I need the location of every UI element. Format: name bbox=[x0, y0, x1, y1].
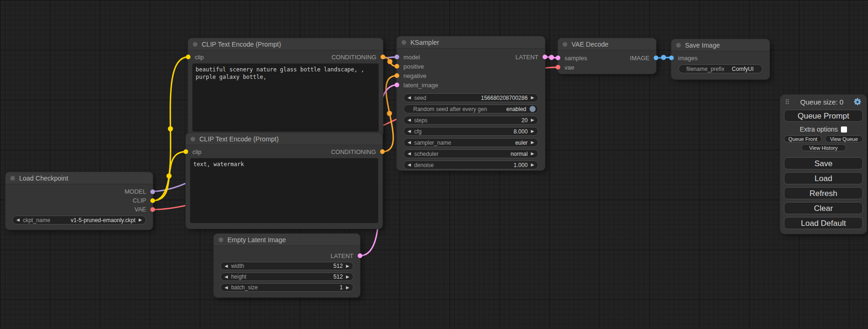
load-button[interactable]: Load bbox=[784, 172, 863, 184]
node-title-bar[interactable]: Save Image bbox=[671, 39, 769, 51]
clear-button[interactable]: Clear bbox=[784, 202, 863, 214]
link-midpoint-dot[interactable] bbox=[549, 55, 554, 60]
input-slot-latent-image[interactable] bbox=[395, 83, 399, 87]
node-status-dot bbox=[193, 42, 198, 47]
refresh-button[interactable]: Refresh bbox=[784, 187, 863, 199]
decrement-arrow-icon[interactable]: ◀ bbox=[225, 264, 228, 268]
input-slot-images[interactable] bbox=[669, 56, 674, 60]
increment-arrow-icon[interactable]: ▶ bbox=[531, 152, 534, 156]
widget-filename-prefix[interactable]: filename_prefix ComfyUI bbox=[678, 64, 762, 73]
node-title: CLIP Text Encode (Prompt) bbox=[199, 135, 279, 143]
input-slot-samples[interactable] bbox=[556, 56, 560, 60]
widget-height[interactable]: ◀ height 512 ▶ bbox=[220, 273, 353, 281]
node-title: Save Image bbox=[685, 42, 720, 49]
input-slot-clip[interactable] bbox=[183, 149, 188, 154]
input-label-clip: clip bbox=[192, 148, 202, 155]
output-slot-latent[interactable] bbox=[358, 253, 362, 258]
output-slot-latent[interactable] bbox=[543, 55, 547, 59]
prompt-textarea[interactable]: beautiful scenery nature glass bottle la… bbox=[192, 63, 379, 132]
node-title: Empty Latent Image bbox=[227, 236, 286, 244]
increment-arrow-icon[interactable]: ▶ bbox=[346, 275, 349, 279]
widget-random-seed-toggle[interactable]: Random seed after every gen enabled bbox=[403, 105, 538, 113]
gear-icon[interactable] bbox=[854, 98, 862, 106]
output-slot-conditioning[interactable] bbox=[381, 55, 385, 59]
increment-arrow-icon[interactable]: ▶ bbox=[531, 140, 534, 145]
input-slot-negative[interactable] bbox=[395, 73, 399, 78]
widget-seed[interactable]: ◀ seed 156680208700286 ▶ bbox=[403, 93, 538, 102]
decrement-arrow-icon[interactable]: ◀ bbox=[408, 118, 411, 122]
queue-front-button[interactable]: Queue Front bbox=[784, 135, 822, 142]
increment-arrow-icon[interactable]: ▶ bbox=[346, 286, 349, 290]
node-title-bar[interactable]: KSampler bbox=[397, 36, 545, 49]
output-slot-model[interactable] bbox=[150, 189, 155, 194]
link-midpoint-dot[interactable] bbox=[661, 55, 666, 60]
node-title-bar[interactable]: Empty Latent Image bbox=[214, 234, 360, 246]
input-label-clip: clip bbox=[195, 54, 204, 61]
widget-scheduler[interactable]: ◀ scheduler normal ▶ bbox=[403, 149, 538, 158]
increment-arrow-icon[interactable]: ▶ bbox=[531, 163, 534, 167]
save-button[interactable]: Save bbox=[784, 157, 863, 169]
node-title-bar[interactable]: VAE Decode bbox=[558, 38, 656, 50]
node-clip-text-encode-negative[interactable]: CLIP Text Encode (Prompt) clip CONDITION… bbox=[186, 133, 382, 229]
increment-arrow-icon[interactable]: ▶ bbox=[139, 218, 142, 222]
node-status-dot bbox=[676, 43, 681, 48]
increment-arrow-icon[interactable]: ▶ bbox=[531, 129, 534, 133]
increment-arrow-icon[interactable]: ▶ bbox=[531, 118, 534, 122]
decrement-arrow-icon[interactable]: ◀ bbox=[408, 152, 411, 156]
output-label-conditioning: CONDITIONING bbox=[332, 54, 376, 61]
output-slot-conditioning[interactable] bbox=[380, 149, 385, 154]
node-save-image[interactable]: Save Image images filename_prefix ComfyU… bbox=[671, 39, 769, 79]
decrement-arrow-icon[interactable]: ◀ bbox=[408, 96, 411, 100]
decrement-arrow-icon[interactable]: ◀ bbox=[225, 286, 228, 290]
output-slot-clip[interactable] bbox=[150, 198, 155, 203]
node-title-bar[interactable]: Load Checkpoint bbox=[6, 172, 153, 184]
queue-prompt-button[interactable]: Queue Prompt bbox=[784, 110, 863, 122]
node-ksampler[interactable]: KSampler model LATENT positive negative … bbox=[397, 36, 545, 170]
widget-sampler-name[interactable]: ◀ sampler_name euler ▶ bbox=[403, 138, 538, 147]
widget-cfg[interactable]: ◀ cfg 8.000 ▶ bbox=[403, 127, 538, 136]
output-slot-vae[interactable] bbox=[150, 207, 155, 212]
output-label-latent: LATENT bbox=[515, 54, 538, 61]
prompt-textarea[interactable]: text, watermark bbox=[190, 158, 378, 223]
decrement-arrow-icon[interactable]: ◀ bbox=[225, 275, 228, 279]
input-slot-positive[interactable] bbox=[395, 64, 399, 69]
link-midpoint-dot[interactable] bbox=[388, 59, 393, 64]
input-label-images: images bbox=[678, 55, 698, 62]
node-clip-text-encode-positive[interactable]: CLIP Text Encode (Prompt) clip CONDITION… bbox=[188, 38, 383, 137]
node-empty-latent-image[interactable]: Empty Latent Image LATENT ◀ width 512 ▶ … bbox=[214, 234, 360, 297]
view-queue-button[interactable]: View Queue bbox=[825, 135, 863, 142]
widget-denoise[interactable]: ◀ denoise 1.000 ▶ bbox=[403, 161, 538, 169]
node-title-bar[interactable]: CLIP Text Encode (Prompt) bbox=[188, 38, 383, 50]
view-history-button[interactable]: View History bbox=[801, 144, 846, 151]
widget-label: ckpt_name bbox=[23, 217, 50, 224]
input-slot-clip[interactable] bbox=[186, 55, 191, 59]
node-status-dot bbox=[191, 137, 195, 141]
widget-steps[interactable]: ◀ steps 20 ▶ bbox=[403, 116, 538, 125]
input-label-positive: positive bbox=[403, 63, 424, 70]
decrement-arrow-icon[interactable]: ◀ bbox=[408, 140, 411, 145]
node-status-dot bbox=[10, 176, 15, 181]
decrement-arrow-icon[interactable]: ◀ bbox=[408, 129, 411, 133]
widget-width[interactable]: ◀ width 512 ▶ bbox=[220, 262, 353, 270]
widget-value: v1-5-pruned-emaonly.ckpt bbox=[71, 217, 136, 224]
input-slot-model[interactable] bbox=[395, 55, 399, 59]
load-default-button[interactable]: Load Default bbox=[784, 217, 863, 229]
output-slot-image[interactable] bbox=[654, 56, 658, 60]
widget-ckpt-name[interactable]: ◀ ckpt_name v1-5-pruned-emaonly.ckpt ▶ bbox=[12, 216, 146, 224]
input-slot-vae[interactable] bbox=[556, 65, 560, 70]
output-label-latent: LATENT bbox=[331, 252, 353, 259]
toggle-enabled-dot[interactable] bbox=[529, 106, 536, 112]
node-vae-decode[interactable]: VAE Decode samples IMAGE vae bbox=[558, 38, 656, 74]
decrement-arrow-icon[interactable]: ◀ bbox=[16, 218, 20, 222]
increment-arrow-icon[interactable]: ▶ bbox=[531, 96, 534, 100]
widget-batch-size[interactable]: ◀ batch_size 1 ▶ bbox=[220, 283, 353, 292]
link-midpoint-dot[interactable] bbox=[167, 174, 172, 179]
drag-handle-icon[interactable]: ⠿ bbox=[785, 99, 790, 105]
node-title-bar[interactable]: CLIP Text Encode (Prompt) bbox=[186, 133, 382, 145]
extra-options-checkbox[interactable] bbox=[841, 126, 847, 133]
node-load-checkpoint[interactable]: Load Checkpoint MODEL CLIP VAE ◀ ckpt_na… bbox=[6, 172, 153, 230]
increment-arrow-icon[interactable]: ▶ bbox=[346, 264, 349, 268]
link-midpoint-dot[interactable] bbox=[168, 126, 173, 132]
decrement-arrow-icon[interactable]: ◀ bbox=[408, 163, 411, 167]
link-midpoint-dot[interactable] bbox=[387, 111, 392, 116]
